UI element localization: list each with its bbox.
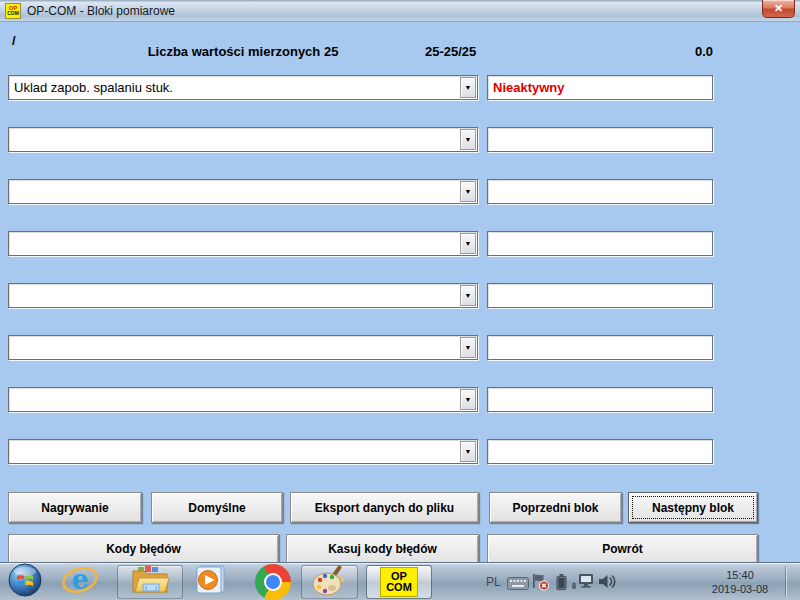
defaults-button[interactable]: Domyślne <box>151 492 283 523</box>
media-player-icon <box>192 562 228 600</box>
page-title: Liczba wartości mierzonych 25 <box>8 44 478 59</box>
opcom-icon: OP COM <box>380 567 418 597</box>
measurement-row: ▼ <box>0 283 800 308</box>
next-block-button[interactable]: Następny blok <box>628 492 758 523</box>
taskbar: e <box>0 562 800 600</box>
measurement-select-7[interactable]: ▼ <box>8 387 478 412</box>
chevron-down-icon[interactable]: ▼ <box>460 337 476 358</box>
taskbar-item-media-player[interactable] <box>188 565 232 599</box>
chevron-down-icon[interactable]: ▼ <box>460 285 476 306</box>
close-icon: ✕ <box>774 2 783 15</box>
volume-icon[interactable] <box>597 573 619 594</box>
measurement-row: ▼ <box>0 179 800 204</box>
block-counter: 25-25/25 <box>425 44 476 59</box>
clock-time: 15:40 <box>703 568 777 582</box>
titlebar[interactable]: OP COM OP-COM - Bloki pomiarowe ✕ <box>0 0 800 22</box>
chevron-down-icon[interactable]: ▼ <box>460 233 476 254</box>
measurement-select-1[interactable]: Uklad zapob. spalaniu stuk. ▼ <box>8 75 478 100</box>
measurement-value-6 <box>487 335 713 360</box>
chevron-down-icon[interactable]: ▼ <box>460 181 476 202</box>
measurement-value-1: Nieaktywny <box>487 75 713 100</box>
measurement-select-3[interactable]: ▼ <box>8 179 478 204</box>
language-indicator[interactable]: PL <box>486 575 501 589</box>
battery-icon[interactable] <box>555 573 568 595</box>
keyboard-icon[interactable] <box>507 576 529 594</box>
opcom-app-icon-text-bottom: COM <box>7 11 19 16</box>
windows-start-icon <box>8 563 42 600</box>
chevron-down-icon[interactable]: ▼ <box>460 77 476 98</box>
window-title: OP-COM - Bloki pomiarowe <box>27 4 175 18</box>
measurement-value-text: Nieaktywny <box>493 80 565 95</box>
paint-icon <box>311 563 349 600</box>
chevron-down-icon[interactable]: ▼ <box>460 441 476 462</box>
taskbar-item-internet-explorer[interactable]: e <box>58 565 102 599</box>
network-icon[interactable] <box>572 573 594 595</box>
measurement-value-7 <box>487 387 713 412</box>
measurement-row: ▼ <box>0 335 800 360</box>
measurement-value-8 <box>487 439 713 464</box>
show-desktop-divider[interactable] <box>786 566 787 597</box>
measurement-select-2[interactable]: ▼ <box>8 127 478 152</box>
measurement-value-4 <box>487 231 713 256</box>
measurement-select-5[interactable]: ▼ <box>8 283 478 308</box>
error-codes-button[interactable]: Kody błędów <box>8 534 279 564</box>
opcom-app-icon: OP COM <box>5 3 21 19</box>
taskbar-clock[interactable]: 15:40 2019-03-08 <box>703 568 777 596</box>
measurement-value-3 <box>487 179 713 204</box>
measurement-row: ▼ <box>0 231 800 256</box>
chevron-down-icon[interactable]: ▼ <box>460 129 476 150</box>
clear-error-codes-button[interactable]: Kasuj kody błędów <box>286 534 479 564</box>
opcom-window: OP COM OP-COM - Bloki pomiarowe ✕ / Licz… <box>0 0 800 600</box>
action-center-flag-icon[interactable] <box>531 573 550 595</box>
record-button[interactable]: Nagrywanie <box>8 492 142 523</box>
close-button[interactable]: ✕ <box>762 0 795 18</box>
measurement-row: ▼ <box>0 387 800 412</box>
taskbar-item-paint[interactable] <box>301 565 358 599</box>
measurement-select-value: Uklad zapob. spalaniu stuk. <box>9 80 460 95</box>
explorer-folder-icon <box>130 564 170 600</box>
measurement-select-6[interactable]: ▼ <box>8 335 478 360</box>
back-button[interactable]: Powrót <box>487 534 758 564</box>
opcom-icon-text-bottom: COM <box>386 582 412 593</box>
export-data-button[interactable]: Eksport danych do pliku <box>290 492 479 523</box>
measurement-row: Uklad zapob. spalaniu stuk. ▼ Nieaktywny <box>0 75 800 100</box>
measurement-value-2 <box>487 127 713 152</box>
measurement-row: ▼ <box>0 439 800 464</box>
taskbar-item-opcom[interactable]: OP COM <box>366 565 432 599</box>
start-button[interactable] <box>6 565 44 599</box>
taskbar-item-explorer[interactable] <box>117 565 183 599</box>
clock-date: 2019-03-08 <box>703 582 777 596</box>
measurement-select-4[interactable]: ▼ <box>8 231 478 256</box>
header-reading: 0.0 <box>487 44 713 59</box>
measurement-row: ▼ <box>0 127 800 152</box>
taskbar-item-chrome[interactable] <box>250 565 296 599</box>
measurement-value-5 <box>487 283 713 308</box>
chevron-down-icon[interactable]: ▼ <box>460 389 476 410</box>
measurement-select-8[interactable]: ▼ <box>8 439 478 464</box>
chrome-icon <box>255 564 291 600</box>
internet-explorer-icon: e <box>61 564 99 600</box>
svg-text:e: e <box>71 564 88 595</box>
previous-block-button[interactable]: Poprzedni blok <box>489 492 622 523</box>
